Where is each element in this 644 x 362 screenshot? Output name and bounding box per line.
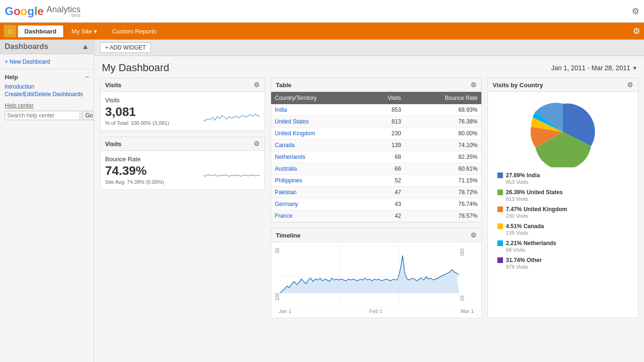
- cell-country[interactable]: United States: [271, 116, 365, 128]
- navigation-bar: ⌂ Dashboard My Site ▾ Custom Reports ⚙: [0, 23, 644, 40]
- legend-text: 2.21% Netherlands 68 Visits: [506, 240, 556, 253]
- sidebar-link-introduction[interactable]: Introduction: [5, 83, 89, 90]
- dashboards-label: Dashboards: [5, 42, 48, 51]
- table-row: Pakistan 47 78.72%: [271, 187, 481, 198]
- cell-bounce: 68.93%: [405, 104, 481, 116]
- table-row: United States 813 76.38%: [271, 116, 481, 128]
- cell-visits: 52: [365, 175, 405, 187]
- settings-icon[interactable]: ⚙: [632, 7, 639, 16]
- table-row: India 853 68.93%: [271, 104, 481, 116]
- table-widget-title: Table: [276, 82, 291, 89]
- date-range-dropdown-icon: ▾: [633, 64, 636, 72]
- cell-bounce: 76.74%: [405, 198, 481, 210]
- bounce-rate-sub: Site Avg: 74.39% (0.00%): [105, 179, 164, 185]
- dashboard-header: My Dashboard Jan 1, 2011 - Mar 28, 2011 …: [94, 56, 644, 78]
- bounce-sparkline: [203, 166, 260, 185]
- table-widget-header: Table ⚙: [271, 78, 481, 92]
- cell-country[interactable]: Philippines: [271, 175, 365, 187]
- cell-bounce: 76.38%: [405, 116, 481, 128]
- cell-visits: 43: [365, 198, 405, 210]
- timeline-x-labels: Jan 1 Feb 1 Mar 1: [275, 308, 478, 314]
- visits-metric-label: Visits: [105, 97, 169, 104]
- y-label-top-left: 100: [275, 293, 280, 301]
- cell-visits: 42: [365, 210, 405, 222]
- col-bounce: Bounce Rate: [405, 92, 481, 104]
- cell-country[interactable]: India: [271, 104, 365, 116]
- search-input[interactable]: [5, 111, 80, 120]
- search-go-button[interactable]: Go: [82, 111, 94, 120]
- timeline-widget-title: Timeline: [276, 232, 301, 239]
- bounce-rate-widget-title: Visits: [105, 140, 121, 148]
- app-logo: Google Analytics beta: [5, 5, 81, 18]
- cell-country[interactable]: France: [271, 210, 365, 222]
- table-row: Netherlands 68 82.35%: [271, 151, 481, 163]
- visits-widget-title: Visits: [105, 82, 121, 89]
- main-layout: Dashboards ▲ + New Dashboard Help − Intr…: [0, 40, 644, 362]
- y-axis-left: 100 50: [275, 246, 280, 303]
- legend-color-swatch: [497, 240, 503, 246]
- date-range-text: Jan 1, 2011 - Mar 28, 2011: [551, 64, 630, 72]
- col-country: Country/Territory: [271, 92, 365, 104]
- cell-country[interactable]: Germany: [271, 198, 365, 210]
- legend-text: 4.51% Canada 139 Visits: [506, 223, 544, 236]
- bounce-rate-metric-row: Bounce Rate 74.39% Site Avg: 74.39% (0.0…: [105, 156, 260, 185]
- pie-widget-header: Visits by Country ⚙: [488, 78, 638, 92]
- help-collapse-icon[interactable]: −: [85, 73, 89, 81]
- bounce-rate-widget: Visits ⚙ Bounce Rate 74.39% Site Avg: 74…: [100, 137, 265, 190]
- bounce-rate-widget-gear-icon[interactable]: ⚙: [254, 140, 260, 148]
- cell-visits: 230: [365, 128, 405, 140]
- widgets-grid: Visits ⚙ Visits 3,081 % of Total: 100.00…: [94, 78, 644, 324]
- search-box: Go: [5, 111, 89, 120]
- pie-widget-gear-icon[interactable]: ⚙: [627, 81, 633, 89]
- legend-color-swatch: [497, 206, 503, 212]
- visits-sparkline: [203, 107, 260, 126]
- table-widget-gear-icon[interactable]: ⚙: [471, 81, 477, 89]
- cell-country[interactable]: Netherlands: [271, 151, 365, 163]
- visits-widget-body: Visits 3,081 % of Total: 100.00% (3,081): [100, 92, 264, 131]
- navbar-gear-icon[interactable]: ⚙: [633, 26, 640, 36]
- cell-country[interactable]: United Kingdom: [271, 128, 365, 140]
- timeline-body: 100 50: [271, 242, 481, 318]
- timeline-chart-area: 100 50: [275, 246, 478, 307]
- visits-widget-gear-icon[interactable]: ⚙: [254, 81, 260, 89]
- home-button[interactable]: ⌂: [4, 25, 16, 37]
- visits-metric-row: Visits 3,081 % of Total: 100.00% (3,081): [105, 97, 260, 126]
- legend-item: 2.21% Netherlands 68 Visits: [497, 240, 628, 253]
- cell-visits: 47: [365, 187, 405, 198]
- navbar-right: ⚙: [633, 26, 640, 36]
- legend-text: 26.39% United States 813 Visits: [506, 189, 563, 202]
- new-dashboard-link[interactable]: + New Dashboard: [5, 58, 50, 65]
- tab-custom-reports[interactable]: Custom Reports: [106, 25, 163, 37]
- pie-widget: Visits by Country ⚙: [487, 78, 638, 318]
- add-widget-button[interactable]: + ADD WIDGET: [100, 42, 151, 53]
- bounce-rate-widget-header: Visits ⚙: [100, 137, 264, 151]
- legend-color-swatch: [497, 257, 503, 263]
- sidebar-link-create-dashboards[interactable]: Create/Edit/Delete Dashboards: [5, 91, 89, 98]
- app-header: Google Analytics beta ⚙: [0, 0, 644, 23]
- legend-text: 31.74% Other 978 Visits: [506, 257, 542, 270]
- cell-bounce: 78.72%: [405, 187, 481, 198]
- new-dashboard-item: + New Dashboard: [0, 54, 94, 69]
- tab-my-site[interactable]: My Site ▾: [65, 25, 104, 37]
- cell-country[interactable]: Australia: [271, 163, 365, 175]
- y-label-mid-left: 50: [275, 248, 280, 253]
- help-center-label[interactable]: Help center: [5, 102, 89, 109]
- legend-item: 31.74% Other 978 Visits: [497, 257, 628, 270]
- help-section-header: Help −: [5, 73, 89, 81]
- bounce-rate-widget-body: Bounce Rate 74.39% Site Avg: 74.39% (0.0…: [100, 151, 264, 189]
- cell-visits: 68: [365, 151, 405, 163]
- timeline-widget-gear-icon[interactable]: ⚙: [471, 231, 477, 239]
- date-range-picker[interactable]: Jan 1, 2011 - Mar 28, 2011 ▾: [551, 64, 636, 72]
- sidebar: Dashboards ▲ + New Dashboard Help − Intr…: [0, 40, 94, 362]
- cell-country[interactable]: Pakistan: [271, 187, 365, 198]
- timeline-label-jan: Jan 1: [279, 308, 291, 314]
- timeline-fill: [280, 255, 459, 293]
- cell-bounce: 74.10%: [405, 140, 481, 151]
- tab-dashboard[interactable]: Dashboard: [18, 25, 63, 37]
- left-widgets-column: Visits ⚙ Visits 3,081 % of Total: 100.00…: [100, 78, 265, 222]
- bounce-rate-label: Bounce Rate: [105, 156, 164, 163]
- chevron-down-icon: ▾: [94, 28, 97, 35]
- cell-country[interactable]: Canada: [271, 140, 365, 151]
- dashboards-collapse-icon[interactable]: ▲: [82, 42, 89, 51]
- table-row: Australia 66 60.61%: [271, 163, 481, 175]
